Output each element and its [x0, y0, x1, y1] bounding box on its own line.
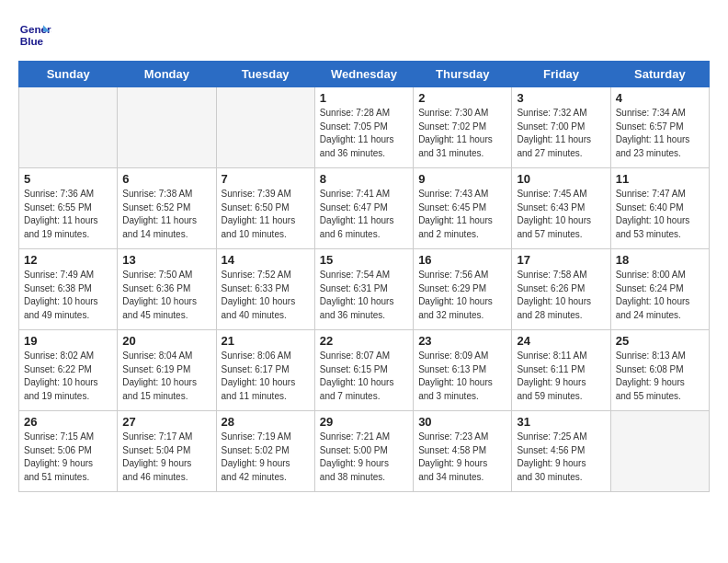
day-info: Sunrise: 7:43 AM Sunset: 6:45 PM Dayligh…: [418, 188, 506, 241]
day-number: 1: [320, 91, 408, 105]
day-number: 9: [418, 172, 506, 186]
day-info: Sunrise: 7:32 AM Sunset: 7:00 PM Dayligh…: [517, 107, 605, 160]
day-number: 15: [320, 253, 408, 267]
calendar-cell: 3Sunrise: 7:32 AM Sunset: 7:00 PM Daylig…: [512, 87, 610, 168]
day-number: 5: [24, 172, 112, 186]
day-info: Sunrise: 7:58 AM Sunset: 6:26 PM Dayligh…: [517, 269, 605, 322]
day-number: 30: [418, 415, 506, 429]
calendar-cell: 28Sunrise: 7:19 AM Sunset: 5:02 PM Dayli…: [216, 411, 314, 492]
day-number: 11: [616, 172, 704, 186]
day-info: Sunrise: 8:06 AM Sunset: 6:17 PM Dayligh…: [222, 350, 310, 403]
day-number: 29: [320, 415, 408, 429]
weekday-header-thursday: Thursday: [414, 62, 512, 87]
calendar-cell: 29Sunrise: 7:21 AM Sunset: 5:00 PM Dayli…: [314, 411, 413, 492]
day-info: Sunrise: 7:56 AM Sunset: 6:29 PM Dayligh…: [418, 269, 506, 322]
day-info: Sunrise: 8:04 AM Sunset: 6:19 PM Dayligh…: [122, 350, 210, 403]
calendar-cell: 24Sunrise: 8:11 AM Sunset: 6:11 PM Dayli…: [512, 330, 610, 411]
day-info: Sunrise: 7:28 AM Sunset: 7:05 PM Dayligh…: [320, 107, 408, 160]
day-number: 19: [24, 334, 112, 348]
day-info: Sunrise: 7:21 AM Sunset: 5:00 PM Dayligh…: [320, 431, 408, 484]
calendar-cell: 1Sunrise: 7:28 AM Sunset: 7:05 PM Daylig…: [314, 87, 413, 168]
day-info: Sunrise: 7:15 AM Sunset: 5:06 PM Dayligh…: [24, 431, 112, 484]
calendar-cell: 21Sunrise: 8:06 AM Sunset: 6:17 PM Dayli…: [216, 330, 314, 411]
calendar-cell: 19Sunrise: 8:02 AM Sunset: 6:22 PM Dayli…: [19, 330, 118, 411]
day-info: Sunrise: 8:09 AM Sunset: 6:13 PM Dayligh…: [418, 350, 506, 403]
calendar-cell: 27Sunrise: 7:17 AM Sunset: 5:04 PM Dayli…: [118, 411, 216, 492]
day-info: Sunrise: 7:52 AM Sunset: 6:33 PM Dayligh…: [222, 269, 310, 322]
day-info: Sunrise: 7:45 AM Sunset: 6:43 PM Dayligh…: [517, 188, 605, 241]
calendar-table: SundayMondayTuesdayWednesdayThursdayFrid…: [18, 61, 710, 492]
day-info: Sunrise: 7:38 AM Sunset: 6:52 PM Dayligh…: [122, 188, 210, 241]
day-number: 22: [320, 334, 408, 348]
day-number: 18: [616, 253, 704, 267]
day-info: Sunrise: 7:25 AM Sunset: 4:56 PM Dayligh…: [517, 431, 605, 484]
day-number: 2: [418, 91, 506, 105]
day-info: Sunrise: 7:36 AM Sunset: 6:55 PM Dayligh…: [24, 188, 112, 241]
calendar-cell: [216, 87, 314, 168]
calendar-cell: 8Sunrise: 7:41 AM Sunset: 6:47 PM Daylig…: [314, 168, 413, 249]
day-info: Sunrise: 7:30 AM Sunset: 7:02 PM Dayligh…: [418, 107, 506, 160]
weekday-header-friday: Friday: [512, 62, 610, 87]
calendar-cell: [610, 411, 709, 492]
svg-text:Blue: Blue: [20, 35, 44, 47]
calendar-cell: 18Sunrise: 8:00 AM Sunset: 6:24 PM Dayli…: [610, 249, 709, 330]
calendar-body: 1Sunrise: 7:28 AM Sunset: 7:05 PM Daylig…: [19, 87, 710, 492]
calendar-cell: 9Sunrise: 7:43 AM Sunset: 6:45 PM Daylig…: [414, 168, 512, 249]
day-number: 10: [517, 172, 605, 186]
day-info: Sunrise: 7:50 AM Sunset: 6:36 PM Dayligh…: [122, 269, 210, 322]
weekday-header-row: SundayMondayTuesdayWednesdayThursdayFrid…: [19, 62, 710, 87]
calendar-cell: 25Sunrise: 8:13 AM Sunset: 6:08 PM Dayli…: [610, 330, 709, 411]
day-info: Sunrise: 7:41 AM Sunset: 6:47 PM Dayligh…: [320, 188, 408, 241]
day-number: 8: [320, 172, 408, 186]
calendar-week-5: 26Sunrise: 7:15 AM Sunset: 5:06 PM Dayli…: [19, 411, 710, 492]
calendar-cell: 31Sunrise: 7:25 AM Sunset: 4:56 PM Dayli…: [512, 411, 610, 492]
calendar-cell: 13Sunrise: 7:50 AM Sunset: 6:36 PM Dayli…: [118, 249, 216, 330]
calendar-cell: 12Sunrise: 7:49 AM Sunset: 6:38 PM Dayli…: [19, 249, 118, 330]
day-number: 14: [222, 253, 310, 267]
calendar-cell: [118, 87, 216, 168]
weekday-header-saturday: Saturday: [610, 62, 709, 87]
day-number: 24: [517, 334, 605, 348]
day-info: Sunrise: 7:54 AM Sunset: 6:31 PM Dayligh…: [320, 269, 408, 322]
day-info: Sunrise: 8:11 AM Sunset: 6:11 PM Dayligh…: [517, 350, 605, 403]
day-number: 12: [24, 253, 112, 267]
day-info: Sunrise: 8:02 AM Sunset: 6:22 PM Dayligh…: [24, 350, 112, 403]
weekday-header-monday: Monday: [118, 62, 216, 87]
logo: General Blue: [18, 18, 51, 52]
weekday-header-sunday: Sunday: [19, 62, 118, 87]
calendar-week-1: 1Sunrise: 7:28 AM Sunset: 7:05 PM Daylig…: [19, 87, 710, 168]
calendar-cell: 7Sunrise: 7:39 AM Sunset: 6:50 PM Daylig…: [216, 168, 314, 249]
calendar-cell: 2Sunrise: 7:30 AM Sunset: 7:02 PM Daylig…: [414, 87, 512, 168]
weekday-header-wednesday: Wednesday: [314, 62, 413, 87]
day-number: 21: [222, 334, 310, 348]
calendar-week-3: 12Sunrise: 7:49 AM Sunset: 6:38 PM Dayli…: [19, 249, 710, 330]
day-info: Sunrise: 7:23 AM Sunset: 4:58 PM Dayligh…: [418, 431, 506, 484]
day-info: Sunrise: 7:17 AM Sunset: 5:04 PM Dayligh…: [122, 431, 210, 484]
calendar-cell: 11Sunrise: 7:47 AM Sunset: 6:40 PM Dayli…: [610, 168, 709, 249]
day-number: 26: [24, 415, 112, 429]
day-number: 13: [122, 253, 210, 267]
day-info: Sunrise: 7:34 AM Sunset: 6:57 PM Dayligh…: [616, 107, 704, 160]
calendar-cell: 20Sunrise: 8:04 AM Sunset: 6:19 PM Dayli…: [118, 330, 216, 411]
day-number: 4: [616, 91, 704, 105]
day-number: 17: [517, 253, 605, 267]
day-info: Sunrise: 7:39 AM Sunset: 6:50 PM Dayligh…: [222, 188, 310, 241]
day-info: Sunrise: 8:13 AM Sunset: 6:08 PM Dayligh…: [616, 350, 704, 403]
day-number: 3: [517, 91, 605, 105]
day-number: 20: [122, 334, 210, 348]
day-info: Sunrise: 7:47 AM Sunset: 6:40 PM Dayligh…: [616, 188, 704, 241]
weekday-header-tuesday: Tuesday: [216, 62, 314, 87]
calendar-cell: 23Sunrise: 8:09 AM Sunset: 6:13 PM Dayli…: [414, 330, 512, 411]
calendar-cell: 15Sunrise: 7:54 AM Sunset: 6:31 PM Dayli…: [314, 249, 413, 330]
calendar-cell: 17Sunrise: 7:58 AM Sunset: 6:26 PM Dayli…: [512, 249, 610, 330]
day-number: 6: [122, 172, 210, 186]
calendar-cell: 26Sunrise: 7:15 AM Sunset: 5:06 PM Dayli…: [19, 411, 118, 492]
day-info: Sunrise: 8:07 AM Sunset: 6:15 PM Dayligh…: [320, 350, 408, 403]
calendar-cell: 14Sunrise: 7:52 AM Sunset: 6:33 PM Dayli…: [216, 249, 314, 330]
calendar-week-4: 19Sunrise: 8:02 AM Sunset: 6:22 PM Dayli…: [19, 330, 710, 411]
day-number: 16: [418, 253, 506, 267]
calendar-cell: [19, 87, 118, 168]
day-info: Sunrise: 8:00 AM Sunset: 6:24 PM Dayligh…: [616, 269, 704, 322]
calendar-cell: 16Sunrise: 7:56 AM Sunset: 6:29 PM Dayli…: [414, 249, 512, 330]
day-number: 28: [222, 415, 310, 429]
